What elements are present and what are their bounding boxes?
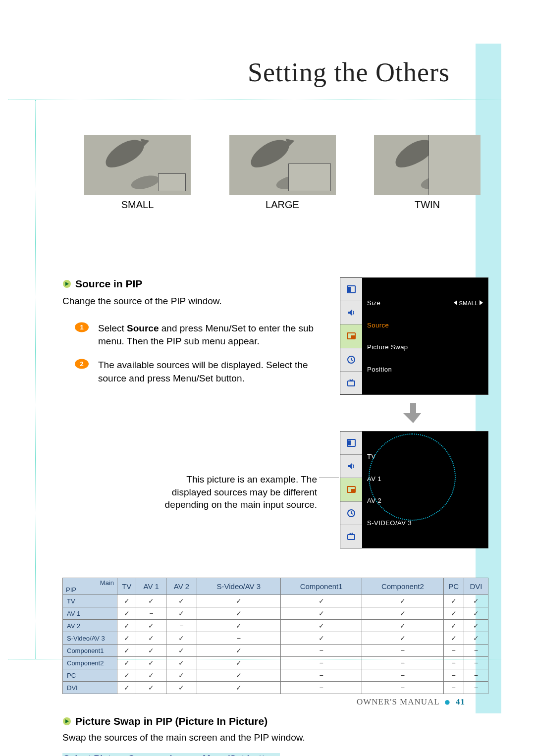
check-icon	[124, 647, 130, 654]
table-cell	[136, 657, 166, 669]
svg-rect-6	[348, 287, 351, 292]
table-corner: PIPMain	[63, 578, 117, 595]
dash-icon	[452, 659, 456, 667]
section-swap-heading: Picture Swap in PIP (Picture In Picture)	[75, 715, 268, 727]
table-cell	[197, 645, 280, 657]
table-cell	[464, 657, 488, 669]
svg-text:2: 2	[80, 360, 83, 368]
dash-icon	[320, 659, 323, 667]
table-cell	[197, 607, 280, 620]
osd-menu-item: Source	[367, 322, 483, 329]
check-icon	[473, 597, 479, 605]
table-row: AV 1	[63, 607, 488, 620]
tv-icon	[340, 372, 362, 394]
table-cell	[166, 620, 197, 632]
table-row-header: DVI	[63, 682, 117, 694]
table-col-header: TV	[117, 578, 136, 595]
check-icon	[124, 684, 130, 692]
check-icon	[473, 609, 479, 617]
manual-page: Setting the Others SMALL LARGE TWIN Sour…	[0, 0, 535, 756]
tv-icon	[340, 525, 362, 548]
check-icon	[451, 634, 457, 642]
table-cell	[281, 669, 362, 682]
step-2-text: The available sources will be displayed.…	[98, 359, 317, 384]
note-leader-line	[319, 478, 339, 478]
pip-icon	[340, 324, 362, 348]
step-1-text: Select Source and press Menu/Set to ente…	[98, 322, 317, 348]
check-icon	[148, 684, 154, 692]
osd-icon-column	[340, 432, 362, 548]
table-cell	[166, 657, 197, 669]
step-2: 2 The available sources will be displaye…	[74, 359, 317, 384]
table-cell	[117, 657, 136, 669]
table-cell	[117, 632, 136, 645]
bullet-icon	[62, 715, 71, 727]
table-cell	[362, 607, 443, 620]
picture-icon	[340, 278, 362, 301]
caption-twin: TWIN	[374, 199, 481, 211]
check-icon	[124, 609, 130, 617]
check-icon	[148, 659, 154, 667]
check-icon	[400, 609, 406, 617]
table-cell	[117, 682, 136, 694]
table-cell	[136, 620, 166, 632]
osd-menu-item: AV 2	[367, 497, 483, 504]
pip-example-small: SMALL	[84, 135, 191, 211]
rule-top	[8, 100, 501, 100]
osd-icon-column	[340, 278, 362, 394]
table-cell	[281, 632, 362, 645]
osd-menu-item: Picture Swap	[367, 343, 483, 351]
table-cell	[136, 607, 166, 620]
footer-label: OWNER'S MANUAL	[357, 697, 439, 706]
table-row: AV 2	[63, 620, 488, 632]
table-col-header: AV 1	[136, 578, 166, 595]
dash-icon	[401, 647, 405, 654]
source-compat-table: PIPMainTVAV 1AV 2S-Video/AV 3Component1C…	[62, 578, 488, 694]
check-icon	[148, 622, 154, 630]
check-icon	[124, 622, 130, 630]
table-cell	[197, 682, 280, 694]
dash-icon	[320, 647, 323, 654]
table-row: Component1	[63, 645, 488, 657]
svg-rect-10	[348, 381, 355, 386]
table-row: TV	[63, 595, 488, 607]
table-col-header: AV 2	[166, 578, 197, 595]
svg-rect-16	[348, 535, 355, 540]
table-cell	[362, 669, 443, 682]
table-row-header: S-Video/AV 3	[63, 632, 117, 645]
down-arrow-icon	[401, 401, 425, 425]
table-cell	[443, 595, 464, 607]
table-cell	[166, 645, 197, 657]
table-cell	[464, 595, 488, 607]
table-body: TVAV 1AV 2S-Video/AV 3Component1Componen…	[63, 595, 488, 694]
table-cell	[136, 632, 166, 645]
check-icon	[451, 609, 457, 617]
check-icon	[236, 671, 242, 679]
dash-icon	[237, 634, 241, 642]
dash-icon	[149, 609, 153, 617]
table-cell	[136, 669, 166, 682]
table-cell	[197, 595, 280, 607]
table-cell	[464, 607, 488, 620]
rule-vertical	[35, 100, 36, 659]
osd1-body: SizeSMALLSourcePicture SwapPosition	[362, 278, 488, 394]
check-icon	[124, 597, 130, 605]
table-cell	[362, 657, 443, 669]
check-icon	[178, 647, 184, 654]
table-cell	[136, 645, 166, 657]
table-header-row: PIPMainTVAV 1AV 2S-Video/AV 3Component1C…	[63, 578, 488, 595]
check-icon	[124, 671, 130, 679]
footer-dot-icon: ●	[442, 696, 453, 708]
table-cell	[281, 645, 362, 657]
check-icon	[236, 659, 242, 667]
table-row-header: AV 1	[63, 607, 117, 620]
table-row-header: Component2	[63, 657, 117, 669]
svg-rect-14	[351, 489, 355, 492]
check-icon	[178, 659, 184, 667]
table-cell	[464, 645, 488, 657]
table-cell	[117, 645, 136, 657]
page-title: Setting the Others	[248, 57, 450, 88]
table-row: DVI	[63, 682, 488, 694]
dash-icon	[401, 684, 405, 692]
check-icon	[319, 634, 324, 642]
